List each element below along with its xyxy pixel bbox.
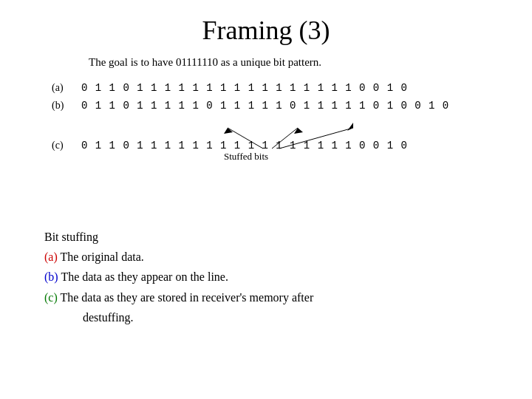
row-b-label: (b) [52,100,81,112]
line-b-text: The data as they appear on the line. [61,270,228,283]
bit-stuffing-heading: Bit stuffing [44,227,502,247]
svg-marker-1 [224,128,233,134]
bottom-text-block: Bit stuffing (a) The original data. (b) … [44,227,502,327]
diagram-row-c: (c) 0 1 1 0 1 1 1 1 1 1 1 1 1 1 1 1 1 1 … [52,140,480,151]
diagram-row-a: (a) 0 1 1 0 1 1 1 1 1 1 1 1 1 1 1 1 1 1 … [52,82,480,94]
svg-text:Stuffed bits: Stuffed bits [224,151,268,160]
page-title: Framing (3) [30,15,502,46]
page: Framing (3) The goal is to have 01111110… [0,0,532,399]
row-b-bits: 0 1 1 0 1 1 1 1 1 0 1 1 1 1 1 0 1 1 1 1 … [81,100,449,112]
row-a-bits: 0 1 1 0 1 1 1 1 1 1 1 1 1 1 1 1 1 1 1 1 … [81,82,408,94]
line-c-label: (c) [44,291,58,304]
line-b-label: (b) [44,270,58,283]
subtitle-text: The goal is to have 01111110 as a unique… [89,56,502,69]
stuffed-bits-arrows: Stuffed bits [80,112,464,160]
svg-marker-3 [294,128,303,134]
row-c-bits: 0 1 1 0 1 1 1 1 1 1 1 1 1 1 1 1 1 1 1 1 … [81,140,408,151]
line-c: (c) The data as they are stored in recei… [44,287,502,307]
line-a: (a) The original data. [44,247,502,267]
line-a-text: The original data. [60,250,143,263]
line-a-label: (a) [44,250,58,263]
line-b: (b) The data as they appear on the line. [44,267,502,287]
line-c-text: The data as they are stored in receiver'… [60,291,313,304]
row-c-label: (c) [52,140,81,151]
diagram-area: (a) 0 1 1 0 1 1 1 1 1 1 1 1 1 1 1 1 1 1 … [52,82,480,215]
row-a-label: (a) [52,82,81,94]
svg-marker-5 [347,123,353,131]
line-c2: destuffing. [83,307,502,327]
diagram-row-b: (b) 0 1 1 0 1 1 1 1 1 0 1 1 1 1 1 0 1 1 … [52,100,480,112]
